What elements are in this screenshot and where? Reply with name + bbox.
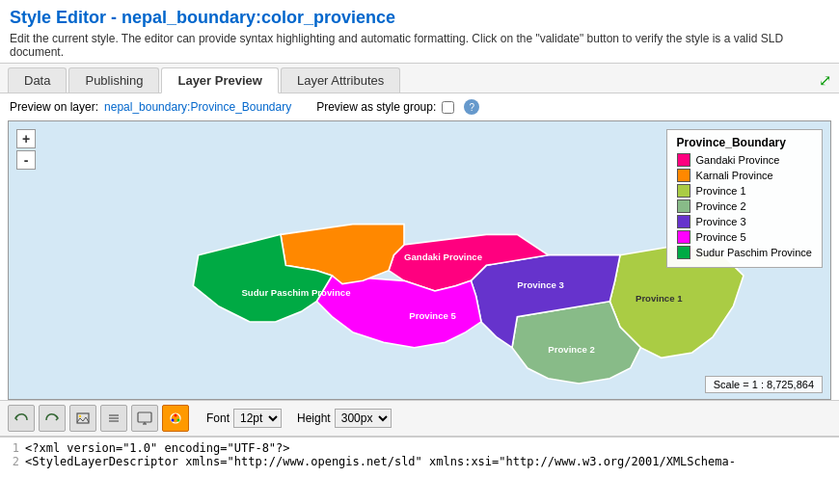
zoom-out-button[interactable]: -: [16, 150, 36, 170]
palette-button[interactable]: [162, 405, 189, 432]
redo-icon: [44, 411, 60, 426]
tab-publishing[interactable]: Publishing: [68, 67, 159, 93]
svg-text:Gandaki Province: Gandaki Province: [404, 252, 482, 262]
app-title: Style Editor - nepal_boundary:color_prov…: [10, 8, 829, 28]
font-label: Font: [206, 411, 230, 425]
svg-point-24: [177, 419, 180, 422]
help-icon[interactable]: ?: [464, 99, 479, 115]
legend-label-0: Gandaki Province: [696, 154, 780, 166]
monitor-button[interactable]: [131, 405, 158, 432]
redo-button[interactable]: [39, 405, 66, 432]
map-container: + - Sudur Paschim Province Gandaki Provi…: [8, 120, 831, 400]
undo-icon: [14, 411, 29, 426]
tab-layer-preview[interactable]: Layer Preview: [161, 67, 278, 93]
legend-color-2: [677, 184, 690, 198]
svg-point-15: [79, 415, 81, 417]
zoom-in-button[interactable]: +: [16, 129, 36, 148]
legend-color-3: [677, 199, 690, 213]
svg-text:Province 2: Province 2: [548, 344, 595, 355]
svg-text:Province 5: Province 5: [409, 310, 456, 321]
height-select[interactable]: 300px 200px 250px 350px 400px: [335, 409, 392, 428]
preview-bar: Preview on layer: nepal_boundary:Provinc…: [0, 93, 839, 120]
svg-text:Province 3: Province 3: [517, 279, 564, 290]
expand-icon[interactable]: ⤢: [819, 71, 831, 90]
legend-color-6: [677, 246, 690, 259]
legend: Province_Boundary Gandaki Province Karna…: [666, 129, 823, 268]
legend-item-0: Gandaki Province: [677, 153, 812, 167]
code-editor[interactable]: 1 <?xml version="1.0" encoding="UTF-8"?>…: [0, 437, 839, 502]
legend-item-4: Province 3: [677, 215, 812, 228]
subtitle: Edit the current style. The editor can p…: [10, 32, 829, 59]
svg-point-25: [172, 419, 175, 422]
zoom-controls: + -: [16, 129, 36, 170]
svg-rect-19: [138, 412, 151, 422]
monitor-icon: [137, 411, 152, 426]
preview-layer-link[interactable]: nepal_boundary:Province_Boundary: [104, 100, 291, 114]
legend-item-6: Sudur Paschim Province: [677, 246, 812, 259]
style-group-label: Preview as style group:: [316, 100, 436, 114]
code-line-1: 1 <?xml version="1.0" encoding="UTF-8"?>: [4, 441, 835, 455]
tabs: Data Publishing Layer Preview Layer Attr…: [0, 64, 839, 93]
legend-label-6: Sudur Paschim Province: [696, 247, 812, 258]
svg-text:Province 1: Province 1: [636, 293, 683, 304]
code-line-2: 2 <StyledLayerDescriptor xmlns="http://w…: [4, 455, 835, 468]
legend-title: Province_Boundary: [677, 136, 812, 149]
list-icon: [106, 411, 122, 426]
code-content-1: <?xml version="1.0" encoding="UTF-8"?>: [25, 441, 290, 455]
preview-layer-label: Preview on layer:: [10, 100, 98, 114]
title-bar: Style Editor - nepal_boundary:color_prov…: [0, 0, 839, 64]
undo-button[interactable]: [8, 405, 35, 432]
legend-label-2: Province 1: [696, 185, 746, 197]
scale-bar: Scale = 1 : 8,725,864: [705, 376, 823, 393]
style-group-checkbox[interactable]: [442, 101, 454, 114]
legend-item-2: Province 1: [677, 184, 812, 198]
legend-label-4: Province 3: [696, 216, 746, 227]
list-button[interactable]: [100, 405, 127, 432]
code-content-2: <StyledLayerDescriptor xmlns="http://www…: [25, 455, 736, 468]
legend-color-1: [677, 169, 690, 182]
image-icon: [75, 411, 91, 426]
font-size-select[interactable]: 12pt 10pt 11pt 14pt 16pt: [233, 409, 282, 428]
legend-color-5: [677, 230, 690, 244]
palette-icon: [168, 411, 183, 426]
svg-text:Sudur Paschim Province: Sudur Paschim Province: [241, 287, 350, 298]
legend-label-1: Karnali Province: [696, 170, 773, 181]
tab-layer-attributes[interactable]: Layer Attributes: [281, 67, 400, 93]
toolbar: Font 12pt 10pt 11pt 14pt 16pt Height 300…: [0, 400, 839, 437]
legend-item-5: Province 5: [677, 230, 812, 244]
legend-color-0: [677, 153, 690, 167]
legend-item-1: Karnali Province: [677, 169, 812, 182]
svg-point-23: [175, 414, 177, 417]
line-number-1: 1: [4, 441, 19, 455]
tab-data[interactable]: Data: [8, 67, 67, 93]
legend-label-3: Province 2: [696, 200, 746, 212]
line-number-2: 2: [4, 455, 19, 468]
height-label: Height: [297, 411, 331, 425]
legend-color-4: [677, 215, 690, 228]
legend-item-3: Province 2: [677, 199, 812, 213]
image-button[interactable]: [69, 405, 96, 432]
legend-label-5: Province 5: [696, 231, 746, 243]
